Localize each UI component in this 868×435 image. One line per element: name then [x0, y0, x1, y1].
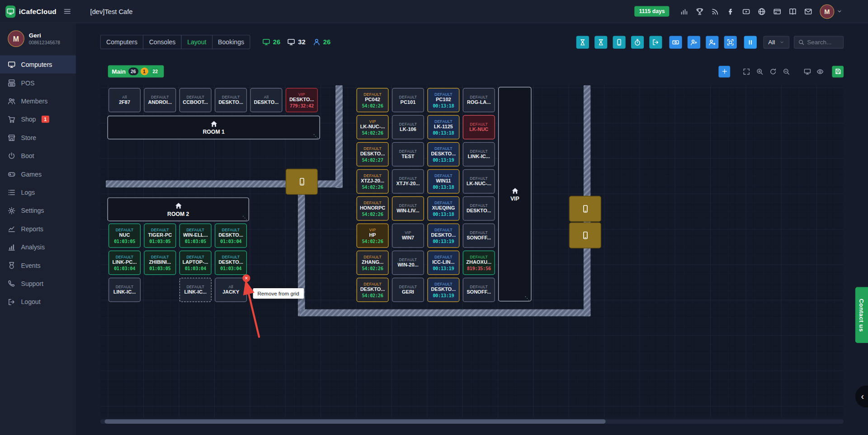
- computer-card[interactable]: DEFAULTDESKTO...01:03:04: [215, 224, 247, 248]
- remove-icon[interactable]: ×: [242, 274, 250, 282]
- stopwatch-button[interactable]: [631, 36, 644, 48]
- computer-card[interactable]: DEFAULTDESKTO...: [463, 196, 495, 221]
- room-vip[interactable]: VIP⋱: [498, 87, 531, 301]
- computer-card[interactable]: DEFAULTPC10200:13:18: [427, 88, 459, 112]
- computer-card[interactable]: DEFAULTDESKTO...00:13:19: [427, 278, 459, 302]
- sidebar-item-settings[interactable]: Settings: [0, 201, 76, 220]
- computer-card[interactable]: DEFAULTDESKTO...: [215, 88, 247, 112]
- computer-card[interactable]: DEFAULTROG-LA...: [463, 88, 495, 112]
- sidebar-item-pos[interactable]: POS: [0, 74, 76, 92]
- zoom-in-button[interactable]: [756, 68, 764, 75]
- computer-card[interactable]: DEFAULTCCBOOT...: [179, 88, 212, 112]
- trophy-link[interactable]: [696, 8, 703, 15]
- computer-card[interactable]: VIPLK-NUC-...54:02:26: [357, 115, 389, 140]
- layout-canvas[interactable]: Remove from grid ROOM 1⋱ROOM 2⋱VIP⋱All2F…: [100, 85, 844, 417]
- hourglass-button[interactable]: [576, 36, 589, 48]
- computer-card[interactable]: DEFAULTLINK-PC...01:03:04: [108, 251, 141, 275]
- stats-link[interactable]: [680, 8, 688, 15]
- computer-card[interactable]: DEFAULTLINK-IC...: [179, 278, 212, 302]
- tab-computers[interactable]: Computers: [100, 35, 144, 49]
- computer-card[interactable]: VIPDESKTO...779:32:42: [286, 88, 318, 112]
- docs-link[interactable]: [789, 8, 797, 15]
- computer-card[interactable]: DEFAULTANDROI...: [144, 88, 176, 112]
- computer-card[interactable]: DEFAULTZHANG...54:02:26: [357, 251, 389, 275]
- computer-card[interactable]: DEFAULTLINK-IC...: [108, 278, 141, 302]
- room-room-1[interactable]: ROOM 1⋱: [108, 116, 320, 140]
- save-button[interactable]: [832, 65, 844, 77]
- sidebar-item-reports[interactable]: Reports: [0, 220, 76, 238]
- computer-card[interactable]: VIPWIN7: [392, 224, 424, 248]
- computer-card[interactable]: DEFAULTLINK-IC...: [463, 142, 495, 167]
- subscription-days-badge[interactable]: 1115 days: [635, 6, 670, 16]
- sidebar-item-events[interactable]: Events: [0, 256, 76, 274]
- computer-card[interactable]: DEFAULTLK-NUC: [463, 115, 495, 140]
- exit-button[interactable]: [649, 36, 662, 48]
- tab-layout[interactable]: Layout: [181, 35, 212, 49]
- tab-bookings[interactable]: Bookings: [212, 35, 250, 49]
- mobile-device[interactable]: [569, 222, 601, 248]
- computer-card[interactable]: DEFAULTTIGER-PC01:03:05: [144, 224, 176, 248]
- hourglass-button[interactable]: [594, 36, 607, 48]
- computer-card[interactable]: AllDESKTO...: [250, 88, 282, 112]
- computer-card[interactable]: DEFAULTDESKTO...00:13:19: [427, 142, 459, 167]
- computer-card[interactable]: DEFAULTXTZJ-20...54:02:26: [357, 169, 389, 194]
- computer-card[interactable]: DEFAULTLAPTOP-...01:03:04: [179, 251, 212, 275]
- mobile-button[interactable]: [613, 36, 625, 48]
- computer-card[interactable]: DEFAULTZHIBINI...01:03:05: [144, 251, 176, 275]
- computer-card[interactable]: DEFAULTWIN-LIV...: [392, 196, 424, 221]
- globe-link[interactable]: [758, 8, 765, 15]
- computer-card[interactable]: DEFAULTPC04254:02:26: [357, 88, 389, 112]
- sidebar-item-shop[interactable]: Shop1: [0, 110, 76, 128]
- computer-card[interactable]: DEFAULTWIN-20...: [392, 251, 424, 275]
- contact-us-button[interactable]: Contact us: [855, 287, 868, 343]
- pause-button[interactable]: [744, 36, 756, 48]
- wall-segment[interactable]: [335, 85, 343, 188]
- app-logo[interactable]: iCafeCloud: [5, 5, 57, 18]
- computer-card[interactable]: DEFAULTICC-LIN...00:13:19: [427, 251, 459, 275]
- menu-toggle-button[interactable]: [61, 5, 74, 18]
- room-room-2[interactable]: ROOM 2⋱: [108, 197, 249, 221]
- computer-card[interactable]: VIPHP54:02:26: [357, 224, 389, 248]
- computer-card[interactable]: DEFAULTHONORPC54:02:26: [357, 196, 389, 221]
- eye-button[interactable]: [816, 68, 824, 75]
- facebook-link[interactable]: [727, 8, 735, 15]
- computer-card[interactable]: DEFAULTSONOFF...: [463, 224, 495, 248]
- computer-card[interactable]: DEFAULTDESKTO...00:13:19: [427, 224, 459, 248]
- computer-card[interactable]: DEFAULTWIN-ELL...01:03:05: [179, 224, 212, 248]
- computer-card[interactable]: DEFAULTLK-112500:13:18: [427, 115, 459, 140]
- computer-card[interactable]: DEFAULTWIN1100:13:18: [427, 169, 459, 194]
- expand-button[interactable]: [743, 68, 750, 75]
- cash-button[interactable]: [669, 36, 682, 48]
- floor-tab-main[interactable]: Main 26122: [108, 65, 164, 77]
- computer-card[interactable]: DEFAULTGERI: [392, 278, 424, 302]
- refresh-button[interactable]: [769, 68, 777, 75]
- sidebar-item-games[interactable]: Games: [0, 165, 76, 183]
- computer-card[interactable]: DEFAULTNUC01:03:05: [108, 224, 141, 248]
- wall-segment[interactable]: [299, 309, 590, 316]
- computer-card[interactable]: DEFAULTLK-NUC-...: [463, 169, 495, 194]
- user-plus-button[interactable]: [688, 36, 700, 48]
- computer-card[interactable]: DEFAULTLK-106: [392, 115, 424, 140]
- zoom-out-button[interactable]: [783, 68, 790, 75]
- user-profile[interactable]: M Geri 008612345678: [0, 23, 76, 55]
- sidebar-item-store[interactable]: Store: [0, 128, 76, 146]
- screen-button[interactable]: [804, 68, 811, 75]
- sidebar-item-boot[interactable]: Boot: [0, 146, 76, 164]
- sidebar-item-logs[interactable]: Logs: [0, 183, 76, 201]
- scrollbar-thumb[interactable]: [104, 419, 605, 424]
- search-input[interactable]: [807, 39, 839, 46]
- computer-card[interactable]: DEFAULTZHAOXU...819:35:56: [463, 251, 495, 275]
- sidebar-item-support[interactable]: Support: [0, 274, 76, 292]
- computer-card[interactable]: DEFAULTXUEQING00:13:18: [427, 196, 459, 221]
- user-menu[interactable]: M: [820, 4, 842, 19]
- sidebar-item-logout[interactable]: Logout: [0, 293, 76, 311]
- mobile-device[interactable]: [286, 168, 318, 195]
- computer-card[interactable]: AllJACKY×: [215, 278, 247, 302]
- computer-card[interactable]: DEFAULTSONOFF...: [463, 278, 495, 302]
- computer-card[interactable]: DEFAULTDESKTO...54:02:27: [357, 142, 389, 167]
- computer-card[interactable]: DEFAULTDESKTO...01:03:04: [215, 251, 247, 275]
- computer-card[interactable]: DEFAULTXTJY-20...: [392, 169, 424, 194]
- mobile-device[interactable]: [569, 196, 601, 222]
- computer-card[interactable]: All2F87: [108, 88, 141, 112]
- user-arrow-button[interactable]: [706, 36, 718, 48]
